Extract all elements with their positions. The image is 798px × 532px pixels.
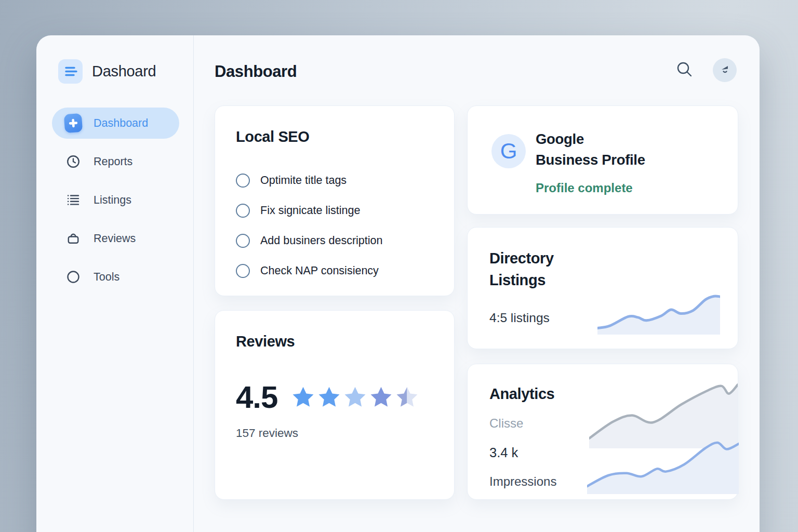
- impressions-sparkline-chart: [587, 435, 739, 494]
- profile-status: Profile complete: [536, 181, 633, 195]
- analytics-clicks-label: Clisse: [489, 416, 523, 431]
- card-title: Reviews: [236, 330, 433, 352]
- checkbox[interactable]: [236, 264, 250, 278]
- local-seo-card: Local SEO Optimite title tags Fix signic…: [215, 105, 455, 296]
- swoosh-glyph-icon: [718, 63, 732, 78]
- reviews-card: Reviews 4.5 157 reviews: [215, 310, 455, 500]
- plus-square-icon: [64, 114, 82, 132]
- app-logo-text: Dashoard: [92, 63, 156, 80]
- rating-row: 4.5: [236, 379, 433, 415]
- analytics-card: Analytics Clisse 3.4 k Impressions: [467, 364, 738, 500]
- sidebar-item-label: Reports: [94, 155, 132, 168]
- checklist-item: Check NAP consisiency: [236, 256, 433, 286]
- analytics-value: 3.4 k: [489, 445, 518, 460]
- review-count: 157 reviews: [236, 427, 433, 440]
- seo-checklist: Optimite title tags Fix signicate listin…: [236, 165, 433, 286]
- star-rating-icons: [291, 385, 419, 409]
- profile-button[interactable]: [713, 58, 737, 82]
- checklist-item-label: Optimite title tags: [260, 174, 347, 187]
- header-actions: [674, 58, 737, 82]
- sidebar-item-tools[interactable]: Tools: [52, 261, 179, 292]
- clock-icon: [64, 153, 82, 170]
- sidebar-nav: Dashboard Reports: [52, 108, 179, 300]
- directory-listings-card: Directory Listings 4:5 listings: [467, 227, 738, 349]
- search-button[interactable]: [674, 59, 695, 82]
- list-icon: [64, 191, 82, 209]
- sidebar-item-reports[interactable]: Reports: [52, 146, 179, 177]
- sidebar-item-listings[interactable]: Listings: [52, 184, 179, 216]
- page-title: Dashboard: [215, 62, 297, 81]
- checklist-item: Optimite title tags: [236, 165, 433, 195]
- sidebar-item-label: Dashboard: [94, 117, 148, 130]
- checkbox[interactable]: [236, 174, 250, 188]
- sidebar-item-label: Tools: [94, 271, 119, 284]
- checklist-item-label: Check NAP consisiency: [260, 264, 379, 277]
- checklist-item: Add businers description: [236, 225, 433, 256]
- checklist-item-label: Add businers description: [260, 234, 382, 247]
- menu-lines-icon: [58, 59, 83, 84]
- circle-icon: [64, 268, 82, 286]
- sidebar-item-reviews[interactable]: Reviews: [52, 223, 179, 254]
- app-window: Dashoard Dashboard: [36, 35, 760, 532]
- checkbox[interactable]: [236, 234, 250, 248]
- listings-sparkline-chart: [597, 291, 720, 335]
- card-title: Directory Listings: [489, 247, 716, 291]
- main-content: Dashboard Lo: [194, 35, 760, 532]
- search-icon: [674, 59, 695, 82]
- bag-icon: [64, 230, 82, 247]
- checkbox[interactable]: [236, 204, 250, 218]
- listings-value: 4:5 listings: [489, 311, 550, 325]
- google-g-icon: G: [491, 134, 526, 168]
- analytics-impressions-label: Impressions: [489, 474, 556, 489]
- rating-value: 4.5: [236, 379, 277, 415]
- sidebar-item-dashboard[interactable]: Dashboard: [52, 108, 179, 139]
- checklist-item: Fix signicate listinge: [236, 195, 433, 225]
- checklist-item-label: Fix signicate listinge: [260, 204, 360, 217]
- sidebar: Dashoard Dashboard: [36, 35, 194, 532]
- card-title: Local SEO: [236, 126, 433, 148]
- app-logo: Dashoard: [58, 59, 156, 84]
- sidebar-item-label: Reviews: [94, 232, 136, 245]
- google-business-profile-card: G Google Business Profile Profile comple…: [467, 105, 738, 215]
- sidebar-item-label: Listings: [94, 194, 131, 207]
- card-title: Google Business Profile: [536, 129, 645, 170]
